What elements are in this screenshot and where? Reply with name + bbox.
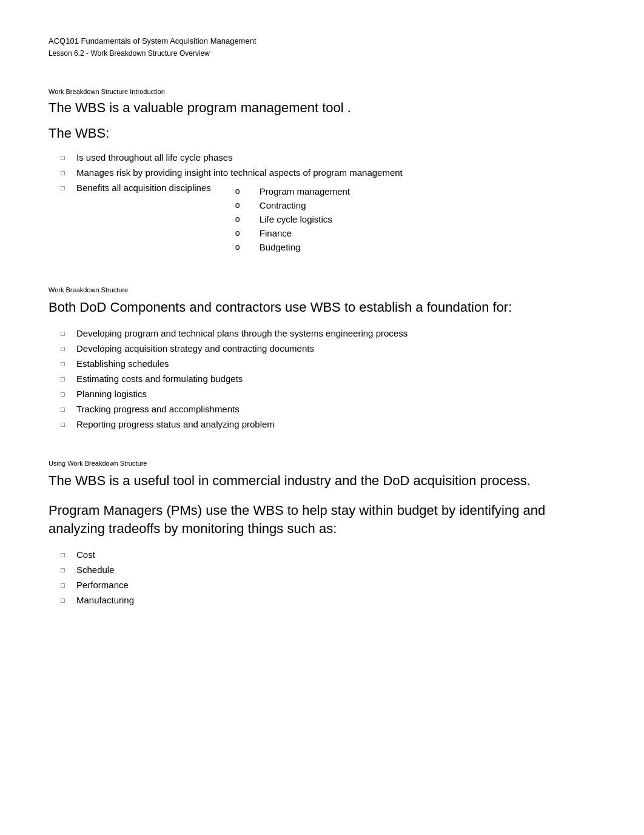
bullet-icon: □ (61, 184, 69, 192)
list-item-text: Benefits all acquisition disciplines (76, 183, 211, 193)
list-item-text: Contracting (260, 200, 306, 210)
list-item-text: Cost (76, 549, 95, 560)
list-item-text: Estimating costs and formulating budgets (76, 374, 243, 384)
bullet-icon: □ (61, 566, 69, 574)
section3-label: Using Work Breakdown Structure (49, 460, 595, 467)
list-item: □ Tracking progress and accomplishments (61, 404, 595, 414)
list-item-text: Is used throughout all life cycle phases (76, 152, 233, 163)
sub-bullet-icon: o (235, 200, 241, 210)
list-item: □ Benefits all acquisition disciplines o… (61, 183, 595, 256)
bullet-icon: □ (61, 360, 69, 367)
sub-bullet-icon: o (235, 242, 241, 252)
section1-bullet-list: □ Is used throughout all life cycle phas… (61, 152, 595, 256)
section3-bullet-list: □ Cost □ Schedule □ Performance □ Manufa… (61, 549, 595, 605)
list-item: o Finance (235, 228, 350, 238)
section1-heading: The WBS is a valuable program management… (49, 100, 595, 116)
sub-bullet-icon: o (235, 214, 241, 224)
list-item-text: Life cycle logistics (260, 214, 332, 224)
sub-bullet-icon: o (235, 228, 241, 238)
list-item-text: Performance (76, 580, 129, 590)
list-item: □ Manufacturing (61, 595, 595, 605)
list-item-text: Planning logistics (76, 389, 147, 399)
course-title: ACQ101 Fundamentals of System Acquisitio… (49, 36, 595, 45)
bullet-icon: □ (61, 597, 69, 604)
list-item-text: Developing program and technical plans t… (76, 328, 408, 338)
section2-bullet-list: □ Developing program and technical plans… (61, 328, 595, 429)
section1-label: Work Breakdown Structure Introduction (49, 88, 595, 95)
sub-bullet-icon: o (235, 186, 241, 196)
section1-subheading: The WBS: (49, 126, 595, 141)
list-item-text: Tracking progress and accomplishments (76, 404, 240, 414)
list-item-text: Reporting progress status and analyzing … (76, 419, 275, 429)
lesson-title: Lesson 6.2 - Work Breakdown Structure Ov… (49, 49, 595, 58)
list-item: □ Developing program and technical plans… (61, 328, 595, 338)
section2-intro: Both DoD Components and contractors use … (49, 298, 595, 317)
section2-label: Work Breakdown Structure (49, 286, 595, 293)
list-item-text: Establishing schedules (76, 358, 169, 369)
list-item: □ Estimating costs and formulating budge… (61, 374, 595, 384)
list-item: □ Cost (61, 549, 595, 560)
bullet-icon: □ (61, 375, 69, 383)
section3-paragraph1: The WBS is a useful tool in commercial i… (49, 472, 595, 491)
bullet-icon: □ (61, 330, 69, 337)
list-item: □ Reporting progress status and analyzin… (61, 419, 595, 429)
list-item: □ Is used throughout all life cycle phas… (61, 152, 595, 163)
list-item: □ Planning logistics (61, 389, 595, 399)
bullet-icon: □ (61, 154, 69, 161)
list-item: o Contracting (235, 200, 350, 210)
list-item: □ Establishing schedules (61, 358, 595, 369)
bullet-icon: □ (61, 391, 69, 398)
bullet-icon: □ (61, 551, 69, 558)
section3-paragraph2: Program Managers (PMs) use the WBS to he… (49, 501, 595, 539)
bullet-icon: □ (61, 582, 69, 589)
bullet-icon: □ (61, 421, 69, 428)
list-item: o Life cycle logistics (235, 214, 350, 224)
list-item: □ Performance (61, 580, 595, 590)
list-item-text: Schedule (76, 565, 115, 575)
list-item-text: Developing acquisition strategy and cont… (76, 343, 314, 354)
list-item-text: Manages risk by providing insight into t… (76, 167, 403, 178)
bullet-icon: □ (61, 345, 69, 352)
list-item-text: Program management (260, 186, 350, 196)
list-item: o Program management (235, 186, 350, 196)
bullet-icon: □ (61, 169, 69, 176)
sub-bullet-list: o Program management o Contracting o Lif… (235, 186, 350, 256)
list-item: □ Schedule (61, 565, 595, 575)
list-item-text: Manufacturing (76, 595, 134, 605)
list-item: □ Developing acquisition strategy and co… (61, 343, 595, 354)
list-item-text: Budgeting (260, 242, 301, 252)
list-item: □ Manages risk by providing insight into… (61, 167, 595, 178)
list-item: o Budgeting (235, 242, 350, 252)
bullet-icon: □ (61, 406, 69, 413)
list-item-text: Finance (260, 228, 292, 238)
